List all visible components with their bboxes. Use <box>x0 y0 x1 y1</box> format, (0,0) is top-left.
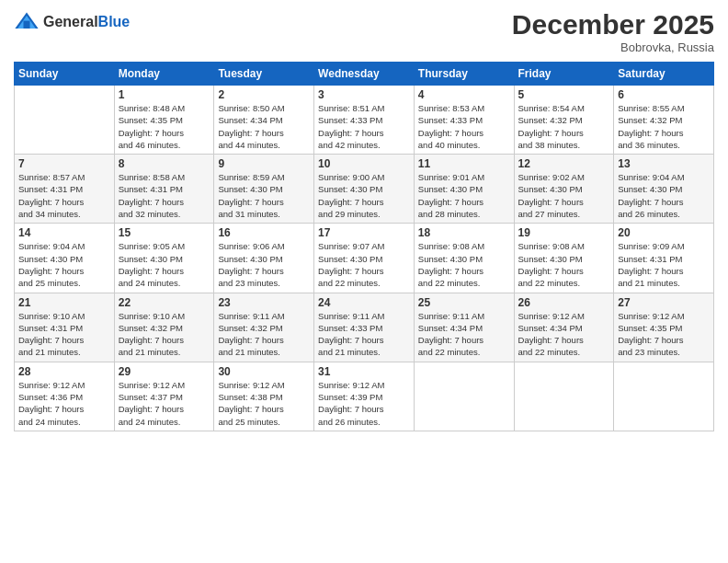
calendar-cell: 2Sunrise: 8:50 AM Sunset: 4:34 PM Daylig… <box>214 86 314 155</box>
calendar-body: 1Sunrise: 8:48 AM Sunset: 4:35 PM Daylig… <box>15 86 714 431</box>
calendar-cell: 12Sunrise: 9:02 AM Sunset: 4:30 PM Dayli… <box>514 155 614 224</box>
day-number: 27 <box>618 296 710 309</box>
calendar-cell: 21Sunrise: 9:10 AM Sunset: 4:31 PM Dayli… <box>15 293 115 362</box>
day-number: 19 <box>518 226 610 239</box>
day-number: 9 <box>218 157 310 170</box>
day-number: 14 <box>18 226 110 239</box>
day-number: 20 <box>618 226 710 239</box>
calendar-cell <box>15 86 115 155</box>
day-number: 30 <box>218 365 310 378</box>
calendar-cell: 5Sunrise: 8:54 AM Sunset: 4:32 PM Daylig… <box>514 86 614 155</box>
calendar-cell: 28Sunrise: 9:12 AM Sunset: 4:36 PM Dayli… <box>15 362 115 431</box>
day-info: Sunrise: 9:08 AM Sunset: 4:30 PM Dayligh… <box>418 240 510 289</box>
calendar-cell: 9Sunrise: 8:59 AM Sunset: 4:30 PM Daylig… <box>214 155 314 224</box>
day-number: 6 <box>618 88 710 101</box>
day-info: Sunrise: 8:54 AM Sunset: 4:32 PM Dayligh… <box>518 102 610 151</box>
day-info: Sunrise: 8:53 AM Sunset: 4:33 PM Dayligh… <box>418 102 510 151</box>
day-number: 21 <box>18 296 110 309</box>
day-info: Sunrise: 8:48 AM Sunset: 4:35 PM Dayligh… <box>119 102 210 151</box>
title-block: December 2025 Bobrovka, Russia <box>512 9 714 54</box>
day-number: 17 <box>318 226 410 239</box>
day-number: 1 <box>119 88 210 101</box>
day-number: 11 <box>418 157 510 170</box>
svg-rect-2 <box>24 21 30 29</box>
day-number: 24 <box>318 296 410 309</box>
day-number: 3 <box>318 88 410 101</box>
calendar-cell: 3Sunrise: 8:51 AM Sunset: 4:33 PM Daylig… <box>314 86 415 155</box>
day-info: Sunrise: 9:00 AM Sunset: 4:30 PM Dayligh… <box>318 171 410 220</box>
calendar-cell: 24Sunrise: 9:11 AM Sunset: 4:33 PM Dayli… <box>314 293 415 362</box>
day-info: Sunrise: 9:06 AM Sunset: 4:30 PM Dayligh… <box>218 240 310 289</box>
calendar-cell: 15Sunrise: 9:05 AM Sunset: 4:30 PM Dayli… <box>114 224 214 293</box>
calendar-cell: 29Sunrise: 9:12 AM Sunset: 4:37 PM Dayli… <box>114 362 214 431</box>
weekday-friday: Friday <box>514 63 614 86</box>
calendar-cell: 18Sunrise: 9:08 AM Sunset: 4:30 PM Dayli… <box>414 224 514 293</box>
day-info: Sunrise: 9:12 AM Sunset: 4:34 PM Dayligh… <box>518 310 610 359</box>
calendar-cell: 8Sunrise: 8:58 AM Sunset: 4:31 PM Daylig… <box>114 155 214 224</box>
weekday-wednesday: Wednesday <box>314 63 415 86</box>
day-number: 5 <box>518 88 610 101</box>
logo-icon <box>14 9 40 35</box>
day-info: Sunrise: 9:05 AM Sunset: 4:30 PM Dayligh… <box>119 240 210 289</box>
location: Bobrovka, Russia <box>512 40 714 54</box>
day-info: Sunrise: 9:10 AM Sunset: 4:31 PM Dayligh… <box>18 310 110 359</box>
calendar-cell: 11Sunrise: 9:01 AM Sunset: 4:30 PM Dayli… <box>414 155 514 224</box>
calendar-cell: 30Sunrise: 9:12 AM Sunset: 4:38 PM Dayli… <box>214 362 314 431</box>
calendar-cell: 16Sunrise: 9:06 AM Sunset: 4:30 PM Dayli… <box>214 224 314 293</box>
day-number: 18 <box>418 226 510 239</box>
day-number: 26 <box>518 296 610 309</box>
calendar-cell: 10Sunrise: 9:00 AM Sunset: 4:30 PM Dayli… <box>314 155 415 224</box>
week-row-0: 1Sunrise: 8:48 AM Sunset: 4:35 PM Daylig… <box>15 86 714 155</box>
calendar-cell: 26Sunrise: 9:12 AM Sunset: 4:34 PM Dayli… <box>514 293 614 362</box>
day-number: 22 <box>119 296 210 309</box>
calendar-cell: 14Sunrise: 9:04 AM Sunset: 4:30 PM Dayli… <box>15 224 115 293</box>
day-number: 15 <box>119 226 210 239</box>
calendar-cell: 25Sunrise: 9:11 AM Sunset: 4:34 PM Dayli… <box>414 293 514 362</box>
day-info: Sunrise: 9:09 AM Sunset: 4:31 PM Dayligh… <box>618 240 710 289</box>
day-info: Sunrise: 9:11 AM Sunset: 4:34 PM Dayligh… <box>418 310 510 359</box>
day-info: Sunrise: 9:04 AM Sunset: 4:30 PM Dayligh… <box>618 171 710 220</box>
calendar-cell: 4Sunrise: 8:53 AM Sunset: 4:33 PM Daylig… <box>414 86 514 155</box>
day-info: Sunrise: 8:57 AM Sunset: 4:31 PM Dayligh… <box>18 171 110 220</box>
calendar-cell: 31Sunrise: 9:12 AM Sunset: 4:39 PM Dayli… <box>314 362 415 431</box>
day-info: Sunrise: 8:51 AM Sunset: 4:33 PM Dayligh… <box>318 102 410 151</box>
week-row-3: 21Sunrise: 9:10 AM Sunset: 4:31 PM Dayli… <box>15 293 714 362</box>
weekday-tuesday: Tuesday <box>214 63 314 86</box>
month-title: December 2025 <box>512 9 714 40</box>
day-number: 31 <box>318 365 410 378</box>
weekday-thursday: Thursday <box>414 63 514 86</box>
week-row-4: 28Sunrise: 9:12 AM Sunset: 4:36 PM Dayli… <box>15 362 714 431</box>
day-number: 25 <box>418 296 510 309</box>
week-row-1: 7Sunrise: 8:57 AM Sunset: 4:31 PM Daylig… <box>15 155 714 224</box>
calendar: SundayMondayTuesdayWednesdayThursdayFrid… <box>14 62 714 431</box>
calendar-cell: 20Sunrise: 9:09 AM Sunset: 4:31 PM Dayli… <box>614 224 714 293</box>
day-info: Sunrise: 9:12 AM Sunset: 4:39 PM Dayligh… <box>318 379 410 428</box>
weekday-saturday: Saturday <box>614 63 714 86</box>
calendar-cell: 7Sunrise: 8:57 AM Sunset: 4:31 PM Daylig… <box>15 155 115 224</box>
day-number: 12 <box>518 157 610 170</box>
logo: GeneralBlue <box>14 9 130 35</box>
calendar-cell <box>614 362 714 431</box>
weekday-header-row: SundayMondayTuesdayWednesdayThursdayFrid… <box>15 63 714 86</box>
day-number: 10 <box>318 157 410 170</box>
day-info: Sunrise: 9:01 AM Sunset: 4:30 PM Dayligh… <box>418 171 510 220</box>
weekday-monday: Monday <box>114 63 214 86</box>
calendar-cell: 27Sunrise: 9:12 AM Sunset: 4:35 PM Dayli… <box>614 293 714 362</box>
calendar-cell <box>414 362 514 431</box>
day-info: Sunrise: 9:11 AM Sunset: 4:32 PM Dayligh… <box>218 310 310 359</box>
header: GeneralBlue December 2025 Bobrovka, Russ… <box>14 9 714 54</box>
day-number: 4 <box>418 88 510 101</box>
day-number: 28 <box>18 365 110 378</box>
day-info: Sunrise: 9:12 AM Sunset: 4:35 PM Dayligh… <box>618 310 710 359</box>
day-info: Sunrise: 9:11 AM Sunset: 4:33 PM Dayligh… <box>318 310 410 359</box>
day-number: 29 <box>119 365 210 378</box>
day-number: 7 <box>18 157 110 170</box>
day-number: 16 <box>218 226 310 239</box>
day-info: Sunrise: 9:07 AM Sunset: 4:30 PM Dayligh… <box>318 240 410 289</box>
day-info: Sunrise: 9:04 AM Sunset: 4:30 PM Dayligh… <box>18 240 110 289</box>
day-number: 13 <box>618 157 710 170</box>
day-info: Sunrise: 8:55 AM Sunset: 4:32 PM Dayligh… <box>618 102 710 151</box>
calendar-cell: 6Sunrise: 8:55 AM Sunset: 4:32 PM Daylig… <box>614 86 714 155</box>
day-info: Sunrise: 8:59 AM Sunset: 4:30 PM Dayligh… <box>218 171 310 220</box>
calendar-cell <box>514 362 614 431</box>
